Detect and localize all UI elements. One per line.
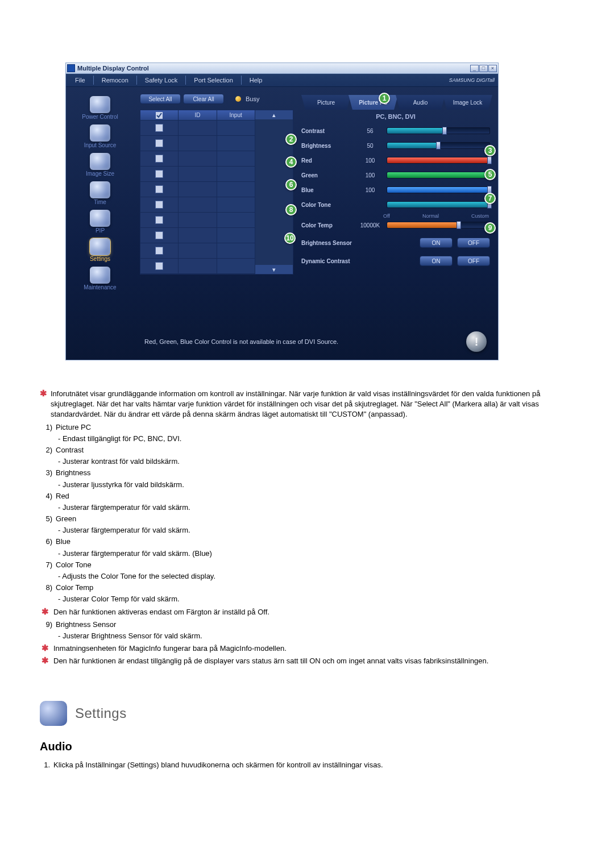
row-checkbox[interactable]: [140, 167, 178, 182]
row-input: [217, 243, 255, 259]
section-title: Settings: [75, 704, 127, 723]
scroll-down-icon[interactable]: ▾: [255, 265, 293, 274]
row-input: [217, 182, 255, 197]
row-id: [179, 197, 216, 213]
row-input: [217, 151, 255, 167]
row-input: [217, 213, 255, 228]
callout-9: 9: [484, 222, 496, 234]
numbered-list: 1)Picture PC- Endast tillgängligt för PC…: [40, 422, 574, 605]
scroll-up-icon[interactable]: ▴: [255, 110, 293, 119]
col-input-header[interactable]: Input: [217, 110, 255, 121]
row-checkbox[interactable]: [140, 136, 178, 151]
numbered-list-9: 9) Brightness Sensor - Justerar Brightne…: [40, 620, 574, 641]
dynamic-contrast-row: Dynamic Contrast ON OFF: [301, 254, 490, 268]
slider-brightness-track[interactable]: [387, 142, 490, 149]
nav-input[interactable]: Input Source: [84, 124, 117, 148]
tab-subtitle: PC, BNC, DVI: [301, 113, 490, 120]
minimize-button[interactable]: _: [470, 65, 479, 72]
tab-picture[interactable]: Picture: [301, 95, 351, 110]
footer-message: Red, Green, Blue Color Control is not av…: [144, 338, 460, 345]
row-id: [179, 243, 216, 259]
dc-on-button[interactable]: ON: [420, 256, 453, 266]
menu-file[interactable]: File: [68, 76, 92, 85]
bs-off-button[interactable]: OFF: [457, 238, 490, 248]
slider-temp-track[interactable]: [387, 222, 490, 229]
star-after-8: Den här funktionen aktiveras endast om F…: [53, 607, 269, 617]
settings-icon: [90, 238, 110, 255]
slider-green: Green100: [301, 169, 490, 181]
row-input: [217, 121, 255, 136]
slider-contrast-track[interactable]: [387, 127, 490, 134]
menu-help[interactable]: Help: [243, 76, 269, 85]
power-icon: [90, 96, 110, 113]
close-button[interactable]: ×: [488, 65, 497, 72]
menu-remocon[interactable]: Remocon: [95, 76, 135, 85]
slider-brightness: Brightness50: [301, 139, 490, 152]
slider-thumb-icon[interactable]: [457, 221, 461, 229]
input-icon: [90, 124, 110, 142]
col-id-header[interactable]: ID: [179, 110, 216, 121]
row-id: [179, 136, 216, 151]
row-input: [217, 197, 255, 213]
slider-thumb-icon[interactable]: [487, 156, 492, 164]
col-check-header[interactable]: [140, 110, 178, 121]
brand-text: SAMSUNG DIGITall: [449, 77, 495, 83]
nav-power[interactable]: Power Control: [82, 96, 118, 120]
select-all-button[interactable]: Select All: [140, 94, 181, 104]
tab-picture-pc[interactable]: Picture PC: [349, 95, 398, 110]
busy-indicator-icon: [235, 96, 241, 102]
clear-all-button[interactable]: Clear All: [183, 94, 224, 104]
slider-tone: Color Tone: [301, 198, 490, 211]
maximize-button[interactable]: □: [479, 65, 488, 72]
callout-6: 6: [285, 179, 297, 190]
star-magicinfo: Inmatningsenheten för MagicInfo fungerar…: [53, 643, 287, 654]
row-checkbox[interactable]: [140, 151, 178, 167]
row-checkbox[interactable]: [140, 213, 178, 228]
star-icon: ✱: [40, 643, 50, 654]
row-checkbox[interactable]: [140, 197, 178, 213]
row-input: [217, 259, 255, 274]
row-checkbox[interactable]: [140, 243, 178, 259]
row-id: [179, 213, 216, 228]
slider-red: Red100: [301, 154, 490, 167]
row-id: [179, 167, 216, 182]
nav-maintenance[interactable]: Maintenance: [84, 267, 116, 290]
tab-imagelock[interactable]: Image Lock: [443, 95, 492, 110]
slider-green-track[interactable]: [387, 172, 490, 178]
row-input: [217, 167, 255, 182]
bs-on-button[interactable]: ON: [420, 238, 453, 248]
slider-thumb-icon[interactable]: [436, 142, 441, 149]
star-icon: ✱: [40, 389, 47, 420]
row-checkbox[interactable]: [140, 228, 178, 243]
nav-time[interactable]: Time: [90, 181, 110, 205]
menu-safetylock[interactable]: Safety Lock: [138, 76, 184, 85]
busy-label: Busy: [246, 95, 259, 102]
brightness-sensor-row: Brightness Sensor ON OFF: [301, 236, 490, 250]
row-checkbox[interactable]: [140, 121, 178, 136]
settings-panel: Picture Picture PC Audio Image Lock PC, …: [293, 87, 498, 360]
nav-pip[interactable]: PIP: [90, 210, 110, 234]
callout-4: 4: [285, 156, 297, 168]
imagesize-icon: [90, 153, 110, 170]
nav-settings[interactable]: Settings: [90, 238, 110, 262]
row-input: [217, 136, 255, 151]
row-checkbox[interactable]: [140, 182, 178, 197]
slider-red-track[interactable]: [387, 157, 490, 164]
slider-blue-track[interactable]: [387, 186, 490, 193]
row-checkbox[interactable]: [140, 259, 178, 274]
maintenance-icon: [90, 267, 110, 284]
slider-contrast: Contrast56: [301, 124, 490, 137]
tab-audio[interactable]: Audio: [396, 95, 445, 110]
star-only-on: Den här funktionen är endast tillgänglig…: [53, 656, 488, 666]
row-id: [179, 259, 216, 274]
slider-thumb-icon[interactable]: [442, 127, 447, 135]
row-input: [217, 228, 255, 243]
menu-portselection[interactable]: Port Selection: [187, 76, 239, 85]
slider-tone-track[interactable]: [387, 201, 490, 208]
slider-temp: Color Temp10000K: [301, 219, 490, 231]
callout-5: 5: [484, 169, 496, 180]
row-id: [179, 151, 216, 167]
nav-imagesize[interactable]: Image Size: [86, 153, 114, 177]
dc-off-button[interactable]: OFF: [457, 256, 490, 266]
star-icon: ✱: [40, 607, 50, 617]
